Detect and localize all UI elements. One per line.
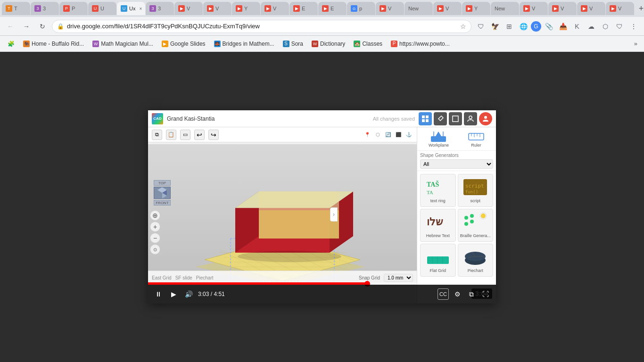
tc-right-sidebar: Import Export Send To Workplane bbox=[417, 110, 496, 304]
tab-t11[interactable]: ▶ E bbox=[289, 2, 318, 15]
bookmark-favicon-bridges: 🌉 bbox=[214, 41, 221, 47]
tab-t3[interactable]: P P bbox=[59, 2, 88, 15]
bookmark-sora[interactable]: S Sora bbox=[279, 39, 307, 49]
new-tab-button[interactable]: + bbox=[635, 2, 644, 15]
tab-t9[interactable]: ▶ Y bbox=[232, 2, 260, 15]
back-button[interactable]: ← bbox=[4, 20, 17, 33]
tab-t22[interactable]: ▶ V bbox=[606, 2, 634, 15]
bookmark-classes[interactable]: 🏫 Classes bbox=[350, 39, 386, 49]
browser-extension-3[interactable]: 🌐 bbox=[517, 20, 530, 33]
tc-paste-icon[interactable]: 📋 bbox=[166, 130, 176, 140]
svg-text:TAŠ: TAŠ bbox=[427, 181, 439, 188]
tab-t10[interactable]: ▶ V bbox=[261, 2, 289, 15]
tab-t8[interactable]: ▶ V bbox=[203, 2, 231, 15]
view-cube-body[interactable] bbox=[154, 187, 171, 199]
tab-t5-active[interactable]: U Ux × bbox=[117, 2, 145, 15]
bookmark-dictionary[interactable]: W Dictionary bbox=[308, 39, 349, 49]
video-settings-button[interactable]: ⚙ bbox=[452, 288, 463, 300]
tab-t21[interactable]: ▶ V bbox=[577, 2, 605, 15]
tc-shape-hebrew[interactable]: שלו Hebrew Text bbox=[420, 209, 456, 242]
tc-shape-piechart[interactable]: Piechart bbox=[458, 244, 494, 277]
browser-extension-1[interactable]: 🦅 bbox=[488, 20, 502, 33]
tab-t16[interactable]: ▶ V bbox=[433, 2, 462, 15]
chrome-menu-button[interactable]: ⋮ bbox=[627, 20, 640, 33]
tab-label-t7: V bbox=[187, 6, 190, 11]
tc-align-icon[interactable]: ⚓ bbox=[405, 131, 413, 139]
tc-grid-view-icon[interactable] bbox=[419, 112, 432, 125]
browser-extension-7[interactable]: ⬡ bbox=[599, 20, 612, 33]
tc-shape-script[interactable]: script fun() script bbox=[458, 174, 494, 207]
tc-shapes-icon[interactable] bbox=[449, 112, 462, 125]
bookmark-extensions-icon[interactable]: 🧩 bbox=[4, 39, 18, 49]
nav-orbit-icon[interactable]: ⊕ bbox=[150, 210, 160, 221]
tc-snap-grid-select[interactable]: 1.0 mm 0.5 mm 2.0 mm bbox=[384, 274, 413, 282]
tab-t1[interactable]: T T bbox=[2, 2, 30, 15]
nav-zoom-in-button[interactable]: + bbox=[150, 222, 160, 232]
bookmark-powtoon[interactable]: P https://www.powto... bbox=[387, 39, 454, 49]
tc-rotate-icon[interactable]: 🔄 bbox=[384, 131, 392, 139]
tab-favicon-t5: U bbox=[121, 5, 127, 12]
bookmark-google-slides[interactable]: ▶ Google Slides bbox=[158, 39, 209, 49]
bookmarks-more-button[interactable]: » bbox=[631, 39, 640, 49]
bookmark-label-math: Math Magician Mul... bbox=[101, 41, 153, 47]
video-pause-button[interactable]: ⏸ bbox=[153, 288, 164, 300]
browser-extension-2[interactable]: ⊞ bbox=[503, 20, 516, 33]
tc-mirror-icon[interactable]: ⬛ bbox=[394, 131, 403, 139]
view-cube-front[interactable]: FRONT bbox=[154, 200, 171, 206]
tc-shape-text-ring[interactable]: TAŠ TA text ring bbox=[420, 174, 456, 207]
svg-point-55 bbox=[470, 220, 474, 223]
sidebar-toggle-button[interactable]: › bbox=[330, 207, 338, 222]
tc-duplicate-icon[interactable]: ▭ bbox=[180, 130, 190, 140]
tab-close-t5[interactable]: × bbox=[137, 5, 144, 12]
tab-t14[interactable]: ▶ V bbox=[376, 2, 404, 15]
browser-extension-5[interactable]: 📎 bbox=[542, 20, 555, 33]
nav-fit-button[interactable]: ⊙ bbox=[150, 244, 160, 255]
tab-t7[interactable]: ▶ V bbox=[174, 2, 203, 15]
video-miniplayer-button[interactable]: ⧉ bbox=[466, 288, 477, 300]
tab-t6[interactable]: 3 3 bbox=[146, 2, 174, 15]
tc-shape-braille[interactable]: Braille Genera... bbox=[458, 209, 494, 242]
tc-tools-icon[interactable] bbox=[434, 112, 447, 125]
tab-t15-new[interactable]: New bbox=[405, 2, 433, 15]
tab-t12[interactable]: ▶ E bbox=[318, 2, 347, 15]
tab-t2[interactable]: 3 3 bbox=[31, 2, 59, 15]
video-fullscreen-button[interactable]: ⛶ bbox=[480, 288, 491, 300]
bookmark-bridges-math[interactable]: 🌉 Bridges in Mathem... bbox=[210, 39, 278, 49]
tc-user-icon[interactable] bbox=[464, 112, 477, 125]
bookmark-math-magician[interactable]: W Math Magician Mul... bbox=[89, 39, 157, 49]
tc-workplane-button[interactable]: Workplane bbox=[429, 130, 449, 148]
tab-t19[interactable]: ▶ V bbox=[520, 2, 548, 15]
tab-t18-new[interactable]: New bbox=[491, 2, 519, 15]
tc-ruler-button[interactable]: Ruler bbox=[468, 130, 485, 148]
video-play-button[interactable]: ▶ bbox=[168, 288, 179, 300]
bookmark-label-slides: Google Slides bbox=[170, 41, 206, 47]
url-bar[interactable]: 🔒 drive.google.com/file/d/1SR4dlF3T9cyPd… bbox=[52, 20, 471, 33]
tab-t17[interactable]: ▶ Y bbox=[462, 2, 490, 15]
browser-extension-6[interactable]: 📥 bbox=[556, 20, 570, 33]
tab-t13[interactable]: G p bbox=[347, 2, 375, 15]
nav-zoom-out-button[interactable]: − bbox=[150, 233, 160, 243]
svg-point-57 bbox=[481, 214, 486, 218]
bookmark-star-icon[interactable]: ☆ bbox=[460, 23, 466, 30]
bookmark-home-buffalo[interactable]: 🦬 Home - Buffalo Rid... bbox=[19, 39, 88, 49]
browser-extension-4[interactable]: G bbox=[531, 21, 541, 32]
tab-t20[interactable]: ▶ V bbox=[548, 2, 577, 15]
tc-shape-outline-icon[interactable]: ⬡ bbox=[373, 131, 382, 139]
tc-undo-icon[interactable]: ↩ bbox=[194, 130, 205, 140]
tab-t4[interactable]: U U bbox=[88, 2, 116, 15]
profile-security-icon[interactable]: 🛡 bbox=[474, 20, 487, 33]
forward-button[interactable]: → bbox=[20, 20, 33, 33]
browser-extension-k[interactable]: K bbox=[570, 20, 584, 33]
tc-copy-icon[interactable]: ⧉ bbox=[152, 130, 162, 140]
video-cc-button[interactable]: CC bbox=[438, 288, 449, 300]
browser-extension-8[interactable]: 🛡 bbox=[613, 20, 626, 33]
tc-redo-icon[interactable]: ↪ bbox=[208, 130, 219, 140]
tc-avatar[interactable] bbox=[479, 112, 492, 125]
tc-shape-flat-grid[interactable]: Flat Grid bbox=[420, 244, 456, 277]
view-cube-top[interactable]: TOP bbox=[154, 180, 171, 186]
video-volume-button[interactable]: 🔊 bbox=[183, 288, 194, 300]
tc-pin-icon[interactable]: 📍 bbox=[363, 131, 372, 139]
reload-button[interactable]: ↻ bbox=[36, 20, 49, 33]
browser-extension-cloud[interactable]: ☁ bbox=[585, 20, 598, 33]
tc-shape-filter-select[interactable]: All Featured My Shapes bbox=[420, 159, 493, 169]
